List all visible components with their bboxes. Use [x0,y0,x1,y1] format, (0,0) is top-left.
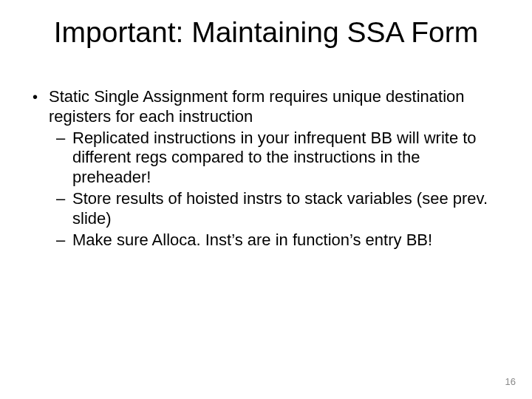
sub-bullet-text: Store results of hoisted instrs to stack… [72,189,488,228]
slide-body: Static Single Assignment form requires u… [28,87,497,253]
bullet-list-level2: Replicated instructions in your infreque… [49,129,497,250]
sub-bullet-item: Store results of hoisted instrs to stack… [49,189,497,229]
bullet-list-level1: Static Single Assignment form requires u… [28,87,497,250]
slide-title: Important: Maintaining SSA Form [0,16,532,49]
sub-bullet-text: Make sure Alloca. Inst’s are in function… [72,231,432,249]
bullet-item: Static Single Assignment form requires u… [28,87,497,250]
slide: Important: Maintaining SSA Form Static S… [0,0,532,399]
bullet-text: Static Single Assignment form requires u… [49,87,465,126]
sub-bullet-text: Replicated instructions in your infreque… [72,129,477,187]
sub-bullet-item: Replicated instructions in your infreque… [49,129,497,188]
page-number: 16 [505,376,516,387]
sub-bullet-item: Make sure Alloca. Inst’s are in function… [49,231,497,250]
